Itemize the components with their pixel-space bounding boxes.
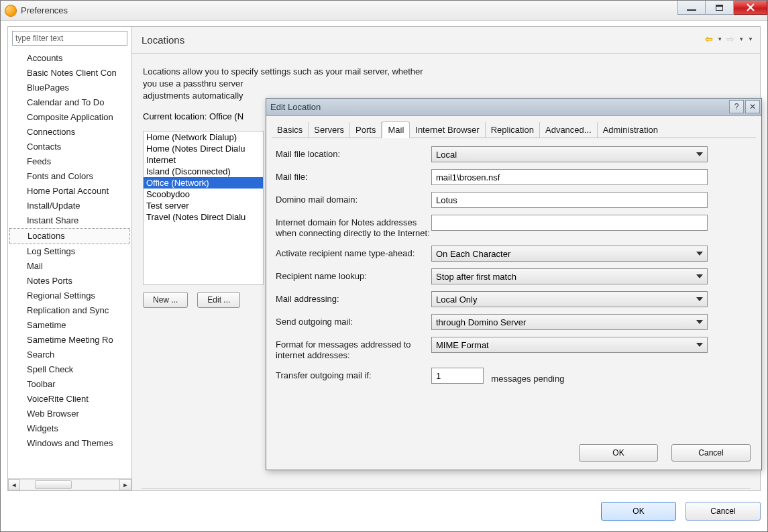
dialog-ok-button[interactable]: OK [579, 444, 658, 462]
location-item[interactable]: Travel (Notes Direct Dialu [144, 211, 263, 223]
minimize-button[interactable] [677, 1, 706, 15]
location-item[interactable]: Scoobydoo [144, 189, 263, 200]
filter-input[interactable] [12, 31, 127, 46]
close-button[interactable] [734, 1, 767, 15]
dialog-titlebar[interactable]: Edit Location ? ✕ [266, 99, 761, 116]
scroll-thumb[interactable] [35, 480, 72, 489]
location-item[interactable]: Test server [144, 200, 263, 211]
dialog-tab[interactable]: Replication [486, 122, 540, 138]
tree-item[interactable]: Basic Notes Client Con [8, 66, 131, 81]
preferences-sidebar: AccountsBasic Notes Client ConBluePagesC… [8, 27, 132, 490]
location-item[interactable]: Home (Network Dialup) [144, 131, 263, 143]
lookup-select[interactable]: Stop after first match [431, 268, 708, 284]
location-item[interactable]: Island (Disconnected) [144, 166, 263, 177]
mail-file-location-select[interactable]: Local [431, 146, 708, 162]
tree-item[interactable]: Widgets [8, 421, 131, 436]
outgoing-select[interactable]: through Domino Server [431, 314, 708, 330]
nav-menu-icon[interactable]: ▼ [748, 36, 753, 42]
tree-item[interactable]: Connections [8, 125, 131, 140]
tree-item[interactable]: Sametime [8, 318, 131, 333]
tree-item[interactable]: Windows and Themes [8, 436, 131, 451]
tree-item[interactable]: Locations [9, 228, 130, 244]
tree-item[interactable]: Mail [8, 259, 131, 274]
tree-item[interactable]: Regional Settings [8, 288, 131, 303]
tree-item[interactable]: Spell Check [8, 362, 131, 377]
scroll-right-button[interactable]: ► [119, 479, 131, 490]
preferences-ok-button[interactable]: OK [601, 502, 676, 521]
locations-list[interactable]: Home (Network Dialup)Home (Notes Direct … [143, 131, 264, 285]
location-item[interactable]: Home (Notes Direct Dialu [144, 143, 263, 154]
preferences-titlebar[interactable]: Preferences [1, 1, 767, 21]
addressing-label: Mail addressing: [276, 291, 431, 305]
scroll-left-button[interactable]: ◄ [8, 479, 20, 490]
dialog-help-button[interactable]: ? [729, 100, 744, 113]
transfer-suffix: messages pending [491, 374, 564, 384]
tree-item[interactable]: Toolbar [8, 377, 131, 392]
tree-item[interactable]: Web Browser [8, 407, 131, 421]
edit-location-dialog: Edit Location ? ✕ BasicsServersPortsMail… [266, 98, 762, 470]
tree-item[interactable]: BluePages [8, 81, 131, 95]
nav-back-icon[interactable]: ⇦ [705, 34, 713, 44]
dialog-title: Edit Location [270, 102, 321, 112]
dialog-tab[interactable]: Ports [350, 122, 382, 138]
tree-item[interactable]: Feeds [8, 154, 131, 169]
new-location-button[interactable]: New ... [143, 292, 188, 308]
nav-forward-dropdown-icon[interactable]: ▼ [738, 36, 744, 42]
tree-item[interactable]: Notes Ports [8, 274, 131, 288]
tree-item[interactable]: Home Portal Account [8, 184, 131, 199]
nav-back-dropdown-icon[interactable]: ▼ [717, 36, 722, 42]
internet-domain-input[interactable] [431, 215, 708, 231]
tree-item[interactable]: Composite Application [8, 110, 131, 125]
tree-item[interactable]: Contacts [8, 140, 131, 154]
dialog-controls: ? ✕ [729, 100, 760, 113]
tree-item[interactable]: Sametime Meeting Ro [8, 333, 131, 348]
content-separator [142, 488, 751, 489]
lookup-label: Recipient name lookup: [276, 268, 431, 282]
preferences-footer: OK Cancel [7, 499, 761, 523]
preferences-tree[interactable]: AccountsBasic Notes Client ConBluePagesC… [8, 50, 131, 478]
nav-forward-icon[interactable]: ⇨ [726, 34, 734, 44]
maximize-button[interactable] [706, 1, 734, 15]
app-icon [5, 5, 17, 17]
typeahead-select[interactable]: On Each Character [431, 246, 708, 262]
dialog-close-button[interactable]: ✕ [745, 100, 760, 113]
dialog-tab[interactable]: Advanced... [540, 122, 598, 138]
tree-item[interactable]: Calendar and To Do [8, 95, 131, 110]
tree-item[interactable]: Install/Update [8, 199, 131, 213]
scroll-track[interactable] [20, 479, 119, 490]
location-item[interactable]: Internet [144, 154, 263, 166]
tree-item[interactable]: VoiceRite Client [8, 392, 131, 407]
tree-item[interactable]: Replication and Sync [8, 303, 131, 318]
tree-item[interactable]: Accounts [8, 51, 131, 66]
dialog-cancel-button[interactable]: Cancel [671, 444, 751, 462]
tree-item[interactable]: Instant Share [8, 213, 131, 228]
dialog-footer: OK Cancel [579, 444, 751, 462]
sidebar-hscroll[interactable]: ◄ ► [8, 478, 131, 490]
dialog-tab[interactable]: Administration [598, 122, 663, 138]
dialog-tab[interactable]: Mail [382, 121, 410, 138]
dialog-tab[interactable]: Basics [272, 122, 309, 138]
dialog-tabs: BasicsServersPortsMailInternet BrowserRe… [266, 116, 761, 138]
nav-icons: ⇦ ▼ ⇨ ▼ ▼ [705, 34, 753, 44]
preferences-cancel-button[interactable]: Cancel [685, 502, 761, 521]
transfer-count-input[interactable] [431, 368, 484, 384]
tree-item[interactable]: Search [8, 348, 131, 362]
dialog-tab[interactable]: Servers [309, 122, 350, 138]
description-line1: Locations allow you to specify settings … [143, 66, 749, 78]
domino-domain-label: Domino mail domain: [276, 192, 431, 205]
edit-location-button[interactable]: Edit ... [197, 292, 240, 308]
mail-file-input[interactable] [431, 169, 708, 185]
page-title: Locations [142, 34, 184, 46]
format-select[interactable]: MIME Format [431, 337, 708, 353]
dialog-form: Mail file location: Local Mail file: Dom… [266, 138, 761, 393]
domino-domain-input[interactable] [431, 192, 708, 208]
mail-file-label: Mail file: [276, 169, 431, 182]
tree-item[interactable]: Fonts and Colors [8, 169, 131, 184]
transfer-label: Transfer outgoing mail if: [276, 368, 431, 381]
location-item[interactable]: Office (Network) [144, 177, 263, 189]
window-controls [677, 1, 767, 15]
description-line2: you use a passthru server [143, 78, 749, 90]
dialog-tab[interactable]: Internet Browser [410, 122, 485, 138]
addressing-select[interactable]: Local Only [431, 291, 708, 307]
tree-item[interactable]: Log Settings [8, 244, 131, 259]
